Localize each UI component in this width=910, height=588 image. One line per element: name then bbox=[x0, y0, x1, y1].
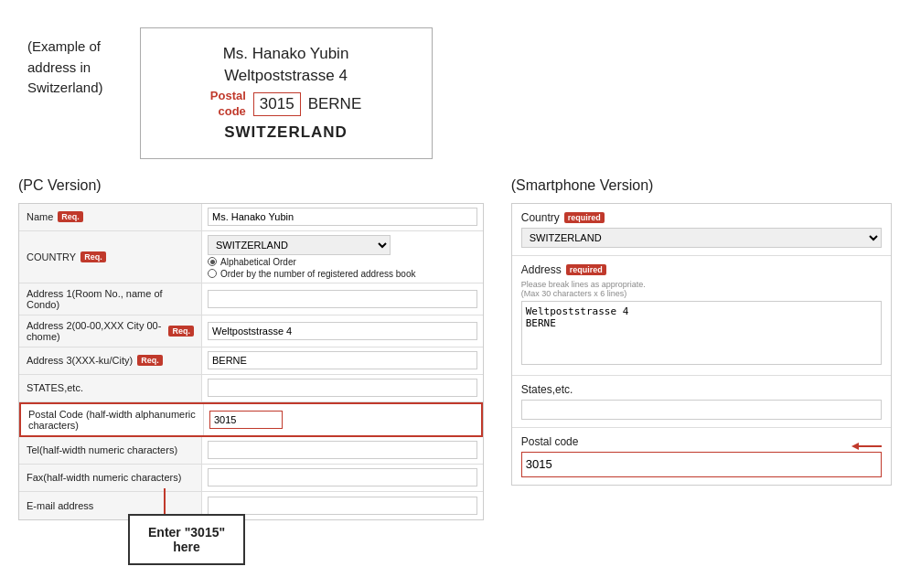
form-row-states: STATES,etc. bbox=[19, 375, 483, 402]
example-label: (Example of address in Switzerland) bbox=[27, 37, 103, 99]
sp-states-input[interactable] bbox=[521, 400, 882, 420]
sp-version-title: (Smartphone Version) bbox=[511, 177, 892, 194]
address-example-box: Ms. Hanako Yubin Weltpoststrasse 4 Posta… bbox=[140, 27, 433, 159]
states-input[interactable] bbox=[208, 379, 477, 397]
address2-input[interactable] bbox=[208, 322, 477, 340]
example-section: (Example of address in Switzerland) Ms. … bbox=[0, 0, 910, 177]
country-select[interactable]: SWITZERLAND bbox=[208, 235, 391, 255]
address1-input[interactable] bbox=[208, 290, 477, 308]
input-area-address2 bbox=[202, 315, 483, 347]
form-row-postal: Postal Code (half-width alphanumeric cha… bbox=[19, 402, 483, 437]
radio-dot-unchecked bbox=[208, 269, 217, 278]
callout-line1: Enter "3015" bbox=[148, 525, 225, 540]
example-street: Weltpoststrasse 4 bbox=[177, 67, 395, 85]
label-name: Name Req. bbox=[19, 204, 202, 230]
sp-req-badge-address: required bbox=[566, 264, 606, 275]
sp-address-textarea[interactable]: Weltpoststrasse 4 BERNE bbox=[521, 301, 882, 365]
callout-box: Enter "3015" here bbox=[128, 514, 245, 565]
label-postal: Postal Code (half-width alphanumeric cha… bbox=[21, 404, 204, 435]
sp-country-select[interactable]: SWITZERLAND bbox=[521, 228, 882, 248]
form-row-address2: Address 2(00-00,XXX City 00-chome) Req. bbox=[19, 315, 483, 347]
req-badge-address2: Req. bbox=[168, 326, 194, 337]
req-badge-address3: Req. bbox=[137, 355, 163, 366]
sp-field-postal: Postal code bbox=[512, 428, 891, 485]
bottom-section: (PC Version) Name Req. COUNTRY Req. bbox=[0, 177, 910, 571]
callout-area: Enter "3015" here bbox=[18, 479, 484, 552]
form-row-name: Name Req. bbox=[19, 204, 483, 231]
address3-input[interactable] bbox=[208, 351, 477, 369]
example-postal-code: 3015 bbox=[253, 92, 301, 116]
sp-arrow-svg bbox=[882, 410, 910, 465]
input-area-address3 bbox=[202, 347, 483, 374]
sp-field-address: Address required Please break lines as a… bbox=[512, 256, 891, 376]
sp-postal-input[interactable] bbox=[521, 452, 882, 477]
sp-req-badge-country: required bbox=[564, 212, 605, 223]
example-country: SWITZERLAND bbox=[177, 123, 395, 142]
radio-dot-checked bbox=[208, 257, 217, 266]
label-address2: Address 2(00-00,XXX City 00-chome) Req. bbox=[19, 315, 202, 347]
pc-version-panel: (PC Version) Name Req. COUNTRY Req. bbox=[18, 177, 484, 552]
input-area-name bbox=[202, 204, 483, 230]
example-city-line: Postal code 3015 BERNE bbox=[177, 89, 395, 120]
sp-field-country: Country required SWITZERLAND bbox=[512, 204, 891, 256]
label-address1: Address 1(Room No., name of Condo) bbox=[19, 283, 202, 315]
input-area-postal bbox=[204, 404, 481, 435]
callout-line2: here bbox=[173, 540, 200, 554]
tel-input[interactable] bbox=[208, 441, 477, 459]
pc-version-title: (PC Version) bbox=[18, 177, 484, 194]
sp-form: Country required SWITZERLAND Address req… bbox=[511, 203, 892, 486]
name-input[interactable] bbox=[208, 208, 477, 226]
form-row-tel: Tel(half-width numeric characters) bbox=[19, 437, 483, 465]
label-tel: Tel(half-width numeric characters) bbox=[19, 437, 202, 464]
example-city: BERNE bbox=[308, 95, 362, 113]
form-row-country: COUNTRY Req. SWITZERLAND Alphabetical Or… bbox=[19, 231, 483, 283]
postal-label: Postal code bbox=[210, 89, 246, 120]
req-badge-name: Req. bbox=[58, 211, 83, 222]
sp-address-hint: Please break lines as appropriate.(Max 3… bbox=[521, 280, 882, 298]
input-area-country: SWITZERLAND Alphabetical Order Order by … bbox=[202, 231, 483, 283]
example-name: Ms. Hanako Yubin bbox=[177, 45, 395, 63]
label-states: STATES,etc. bbox=[19, 375, 202, 401]
radio-group-order: Alphabetical Order Order by the number o… bbox=[208, 257, 477, 279]
req-badge-country: Req. bbox=[80, 251, 106, 262]
radio-by-number[interactable]: Order by the number of registered addres… bbox=[208, 269, 477, 279]
sp-label-states: States,etc. bbox=[521, 383, 882, 396]
sp-label-postal: Postal code bbox=[521, 435, 882, 448]
postal-input[interactable] bbox=[209, 411, 283, 429]
sp-field-states: States,etc. bbox=[512, 376, 891, 428]
input-area-states bbox=[202, 375, 483, 401]
input-area-address1 bbox=[202, 283, 483, 315]
form-row-address1: Address 1(Room No., name of Condo) bbox=[19, 283, 483, 315]
label-address3: Address 3(XXX-ku/City) Req. bbox=[19, 347, 202, 374]
pc-form: Name Req. COUNTRY Req. SWITZERLAND bbox=[18, 203, 484, 520]
label-country: COUNTRY Req. bbox=[19, 231, 202, 283]
input-area-tel bbox=[202, 437, 483, 464]
radio-alphabetical[interactable]: Alphabetical Order bbox=[208, 257, 477, 267]
sp-label-country: Country required bbox=[521, 211, 882, 224]
sp-label-address: Address required bbox=[521, 263, 882, 276]
sp-version-panel: (Smartphone Version) Country required SW… bbox=[511, 177, 892, 486]
form-row-address3: Address 3(XXX-ku/City) Req. bbox=[19, 347, 483, 375]
